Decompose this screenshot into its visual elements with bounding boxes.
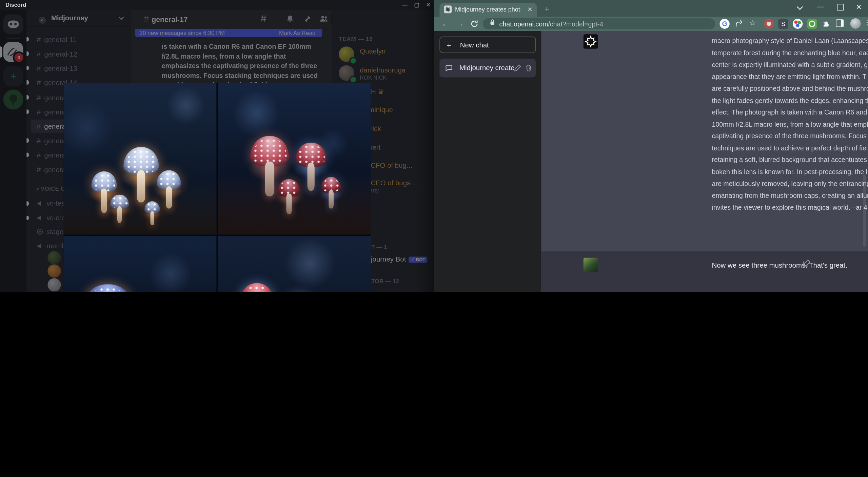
discord-titlebar: Discord — ▢ ✕ <box>0 0 434 10</box>
browser-tab[interactable]: Midjourney creates photorealisti ✕ <box>439 3 537 17</box>
chatgpt-main: macro photography style of Daniel Laan (… <box>541 31 868 292</box>
lock-icon <box>490 22 494 25</box>
edit-message-icon[interactable] <box>803 259 811 267</box>
browser-window: Midjourney creates photorealisti ✕ + — ✕… <box>434 0 868 292</box>
new-tab-button[interactable]: + <box>545 4 549 13</box>
mushroom-image-bottom-left <box>64 236 217 292</box>
window-close-icon[interactable]: ✕ <box>856 3 862 11</box>
url-text: chat.openai.com/chat?model=gpt-4 <box>499 20 604 28</box>
maximize-icon[interactable]: ▢ <box>414 0 419 10</box>
user-message-text: Now we see three mushrooms. That's great… <box>712 260 868 272</box>
user-message-block: Now we see three mushrooms. That's great… <box>541 251 868 292</box>
window-maximize-icon[interactable] <box>837 4 844 11</box>
google-profile-icon[interactable]: G <box>719 19 729 29</box>
back-icon[interactable]: ← <box>442 19 450 28</box>
extensions-puzzle-icon[interactable] <box>822 19 830 27</box>
extension-icon-s[interactable]: S <box>778 19 788 29</box>
assistant-message-text: macro photography style of Daniel Laan (… <box>712 35 868 214</box>
chat-history-title: Midjourney creates pho <box>459 59 514 78</box>
extension-icon-red[interactable] <box>764 19 774 29</box>
chat-history-item[interactable]: Midjourney creates pho <box>439 59 536 78</box>
mushroom-image-bottom-right <box>218 236 371 292</box>
window-minimize-icon[interactable]: — <box>817 3 824 11</box>
scrollbar[interactable] <box>863 175 866 247</box>
discord-title: Discord <box>5 2 26 8</box>
bookmark-star-icon[interactable]: ☆ <box>750 19 756 27</box>
discord-window: Discord — ▢ ✕ 3 + ✓ Midjou <box>0 0 434 292</box>
assistant-message-block: macro photography style of Daniel Laan (… <box>541 31 868 251</box>
address-bar[interactable]: chat.openai.com/chat?model=gpt-4 <box>483 18 715 29</box>
mushroom-image-top-left <box>64 83 217 234</box>
sidebar-toggle-icon[interactable] <box>836 19 844 27</box>
mushroom-image-grid[interactable] <box>64 83 371 292</box>
kebab-menu-icon[interactable]: ⋮ <box>864 18 868 26</box>
tab-strip: Midjourney creates photorealisti ✕ + — ✕ <box>434 0 868 17</box>
tab-close-icon[interactable]: ✕ <box>528 6 533 13</box>
close-icon[interactable]: ✕ <box>426 0 431 10</box>
chatgpt-favicon <box>444 5 452 13</box>
mushroom-image-top-right <box>218 83 371 234</box>
window-chevron-icon[interactable] <box>796 6 803 11</box>
chatgpt-sidebar: +New chat Midjourney creates pho Clear c… <box>434 31 541 292</box>
tab-title: Midjourney creates photorealisti <box>455 6 520 13</box>
new-chat-button[interactable]: +New chat <box>439 37 536 53</box>
chatgpt-avatar <box>584 34 598 48</box>
edit-pencil-icon[interactable] <box>514 64 521 72</box>
user-avatar <box>584 258 598 272</box>
share-icon[interactable] <box>735 20 743 28</box>
reload-icon[interactable] <box>471 20 478 28</box>
extension-icon-shield[interactable] <box>807 19 817 29</box>
trash-icon[interactable] <box>525 64 533 72</box>
chat-bubble-icon <box>445 64 453 72</box>
extension-icon-colors[interactable] <box>793 19 803 29</box>
minimize-icon[interactable]: — <box>402 0 408 10</box>
profile-avatar[interactable] <box>850 18 861 29</box>
browser-toolbar: ← → chat.openai.com/chat?model=gpt-4 G ☆… <box>434 17 868 31</box>
screen: Discord — ▢ ✕ 3 + ✓ Midjou <box>0 0 868 292</box>
forward-icon[interactable]: → <box>456 19 464 28</box>
